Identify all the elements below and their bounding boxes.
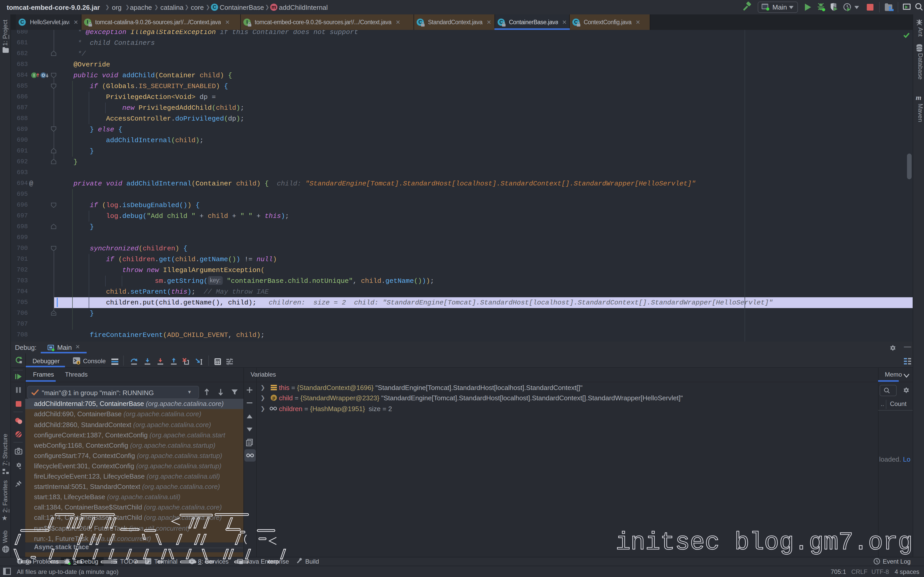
svg-text:Main: Main [772, 3, 787, 11]
svg-text:O: O [42, 73, 45, 77]
svg-text:I: I [34, 73, 34, 77]
svg-text:p: p [273, 395, 275, 400]
